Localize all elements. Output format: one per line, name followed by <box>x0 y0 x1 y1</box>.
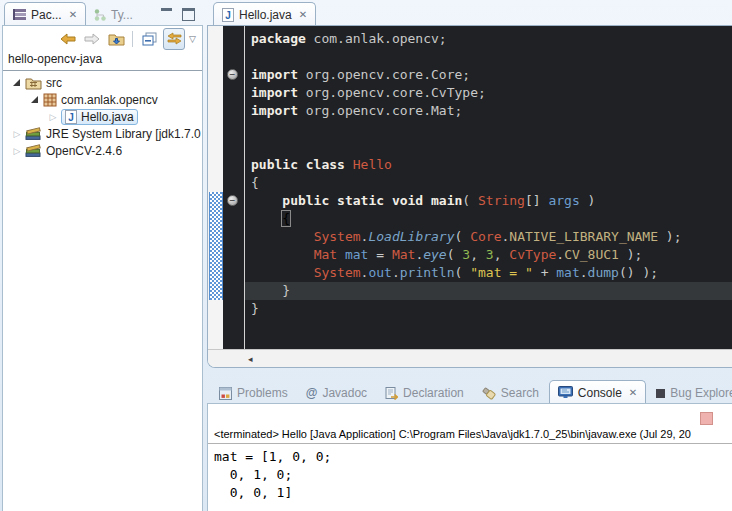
up-folder-icon <box>108 32 125 46</box>
console-output-line: mat = [1, 0, 0; <box>214 448 732 466</box>
package-explorer-panel: Pac... ✕ Ty... <box>2 2 203 511</box>
scroll-left-icon[interactable]: ◂ <box>248 354 253 364</box>
javadoc-icon: @ <box>306 386 318 400</box>
tab-label: Pac... <box>31 8 62 22</box>
tree-item-label: com.anlak.opencv <box>61 93 158 107</box>
link-with-editor-button[interactable] <box>163 28 185 50</box>
tab-label: Problems <box>237 386 288 400</box>
close-icon[interactable]: ✕ <box>69 9 77 20</box>
code-line[interactable]: } <box>245 282 732 300</box>
fold-collapse-icon[interactable]: − <box>227 69 238 80</box>
project-tree: src com.anlak.opencv ▷ J Hello.java <box>3 71 202 159</box>
code-line[interactable]: import org.opencv.core.CvType; <box>245 84 732 102</box>
tab-search[interactable]: Search <box>474 382 547 404</box>
code-line[interactable]: import org.opencv.core.Core; <box>245 66 732 84</box>
code-line[interactable] <box>245 120 732 138</box>
tab-label: Bug Explorer <box>670 386 732 400</box>
tab-javadoc[interactable]: @ Javadoc <box>298 382 375 404</box>
back-button[interactable] <box>58 29 78 49</box>
tree-item-package[interactable]: com.anlak.opencv <box>3 91 202 108</box>
fold-collapse-icon[interactable]: − <box>227 195 238 206</box>
code-line[interactable] <box>245 138 732 156</box>
explorer-tab-row: Pac... ✕ Ty... <box>2 2 203 26</box>
problems-icon <box>219 387 232 400</box>
tab-package-explorer[interactable]: Pac... ✕ <box>4 2 86 26</box>
breadcrumb: hello-opencv-java <box>3 51 202 71</box>
collapsed-arrow-icon[interactable]: ▷ <box>13 146 21 156</box>
expand-arrow-icon[interactable] <box>13 79 20 86</box>
minimize-icon[interactable] <box>161 8 172 20</box>
package-icon <box>43 93 57 107</box>
tree-item-src[interactable]: src <box>3 74 202 91</box>
horizontal-scrollbar[interactable]: ◂ <box>208 349 732 367</box>
code-line[interactable]: { <box>245 174 732 192</box>
forward-button[interactable] <box>82 29 102 49</box>
editor-area: J Hello.java ✕ −− package com.anlak.open… <box>207 2 732 368</box>
code-line[interactable]: System.LoadLibrary( Core.NATIVE_LIBRARY_… <box>245 228 732 246</box>
tab-label: Console <box>578 386 622 400</box>
tab-problems[interactable]: Problems <box>211 382 296 404</box>
tab-hello-java[interactable]: J Hello.java ✕ <box>213 2 316 26</box>
back-arrow-icon <box>60 33 76 45</box>
view-menu-icon[interactable]: ▽ <box>189 34 196 44</box>
svg-text:J: J <box>225 10 231 21</box>
collapsed-arrow-icon[interactable]: ▷ <box>13 129 21 139</box>
tree-item-label: OpenCV-2.4.6 <box>46 144 122 158</box>
tab-type-hierarchy[interactable]: Ty... <box>86 4 141 26</box>
editor-tab-row: J Hello.java ✕ <box>207 2 732 26</box>
console-status-line: <terminated> Hello [Java Application] C:… <box>208 428 732 444</box>
code-line[interactable]: public class Hello <box>245 156 732 174</box>
collapse-all-button[interactable] <box>139 29 159 49</box>
svg-text:J: J <box>68 112 74 123</box>
console-icon <box>558 386 573 399</box>
tree-item-opencv-library[interactable]: ▷ OpenCV-2.4.6 <box>3 142 202 159</box>
console-content: <terminated> Hello [Java Application] C:… <box>207 403 732 511</box>
tree-item-jre-library[interactable]: ▷ JRE System Library [jdk1.7.0 <box>3 125 202 142</box>
collapsed-arrow-icon[interactable]: ▷ <box>49 112 57 122</box>
console-output-line: 0, 1, 0; <box>214 466 732 484</box>
console-output-line: 0, 0, 1] <box>214 484 732 502</box>
code-area[interactable]: package com.anlak.opencv; import org.ope… <box>245 26 732 350</box>
close-icon[interactable]: ✕ <box>629 387 637 398</box>
code-line[interactable]: public static void main( String[] args ) <box>245 192 732 210</box>
forward-arrow-icon <box>84 33 100 45</box>
tab-label: Hello.java <box>239 8 292 22</box>
library-icon <box>25 144 42 157</box>
declaration-icon <box>385 387 398 400</box>
tree-item-hello-java[interactable]: ▷ J Hello.java <box>3 108 202 125</box>
bug-explorer-icon <box>656 389 665 398</box>
annotation-ruler[interactable] <box>208 26 223 350</box>
tab-console[interactable]: Console ✕ <box>549 380 646 404</box>
tree-item-label: src <box>46 76 62 90</box>
console-toolbar <box>208 404 732 428</box>
console-output[interactable]: mat = [1, 0, 0; 0, 1, 0; 0, 0, 1] <box>208 444 732 502</box>
horizontal-sash[interactable] <box>207 368 732 379</box>
range-indicator <box>209 192 223 300</box>
code-line[interactable]: import org.opencv.core.Mat; <box>245 102 732 120</box>
tab-label: Declaration <box>403 386 464 400</box>
up-button[interactable] <box>106 29 126 49</box>
explorer-body: ▽ hello-opencv-java src com.anlak.opencv <box>2 25 203 511</box>
terminate-icon[interactable] <box>700 412 713 425</box>
tab-bug-explorer[interactable]: Bug Explorer <box>648 382 732 404</box>
package-explorer-icon <box>13 9 26 21</box>
folding-ruler[interactable]: −− <box>223 26 244 350</box>
tree-item-label: Hello.java <box>81 110 134 124</box>
code-line[interactable]: package com.anlak.opencv; <box>245 30 732 48</box>
close-icon[interactable]: ✕ <box>299 9 307 20</box>
selected-item-highlight[interactable]: J Hello.java <box>61 109 138 125</box>
expand-arrow-icon[interactable] <box>31 96 38 103</box>
library-icon <box>25 127 42 140</box>
code-line[interactable]: { <box>245 210 732 228</box>
tree-item-label: JRE System Library [jdk1.7.0 <box>46 127 201 141</box>
code-line[interactable] <box>245 48 732 66</box>
collapse-all-icon <box>142 32 157 46</box>
code-line[interactable]: System.out.println( "mat = " + mat.dump(… <box>245 264 732 282</box>
search-flashlight-icon <box>482 387 496 400</box>
tab-declaration[interactable]: Declaration <box>377 382 472 404</box>
code-line[interactable]: Mat mat = Mat.eye( 3, 3, CvType.CV_8UC1 … <box>245 246 732 264</box>
toolbar-separator <box>132 31 133 47</box>
maximize-icon[interactable] <box>182 8 195 21</box>
java-file-icon: J <box>222 8 234 22</box>
code-line[interactable]: } <box>245 300 732 318</box>
